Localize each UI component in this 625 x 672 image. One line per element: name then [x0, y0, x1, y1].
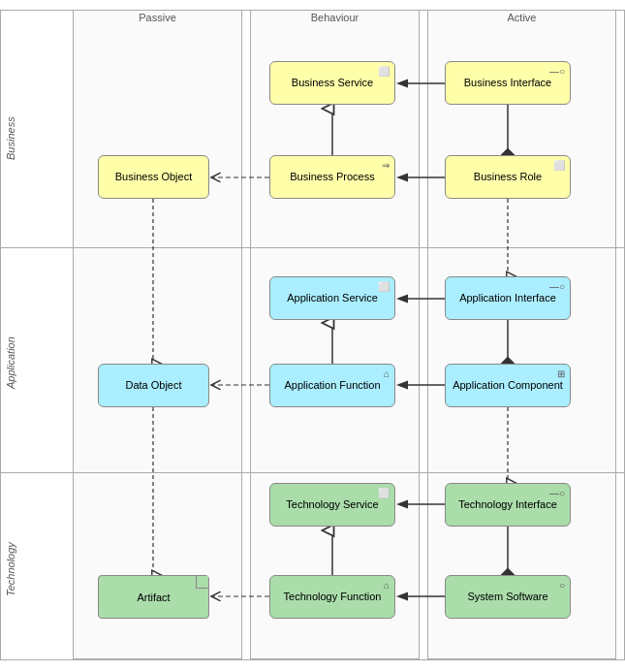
- business-service-node[interactable]: ⬜ Business Service: [269, 61, 395, 105]
- application-service-icon: ⬜: [378, 280, 390, 293]
- business-object-node[interactable]: Business Object: [98, 155, 209, 199]
- layer-divider-1: [0, 247, 625, 248]
- artifact-node[interactable]: Artifact: [98, 575, 209, 619]
- business-process-node[interactable]: ⇒ Business Process: [269, 155, 395, 199]
- behaviour-label: Behaviour: [250, 12, 420, 23]
- diagram-container: Passive Behaviour Active Business Applic…: [0, 0, 625, 672]
- application-interface-node[interactable]: —○ Application Interface: [445, 276, 571, 320]
- application-component-node[interactable]: ⊞ Application Component: [445, 364, 571, 407]
- application-function-node[interactable]: ⌂ Application Function: [269, 364, 395, 407]
- data-object-node[interactable]: Data Object: [98, 364, 209, 407]
- business-service-icon: ⬜: [378, 65, 390, 78]
- system-software-node[interactable]: ○ System Software: [445, 575, 571, 619]
- behaviour-column: [250, 10, 420, 659]
- technology-layer-label: Technology: [5, 477, 16, 661]
- technology-interface-icon: —○: [549, 487, 565, 499]
- application-function-icon: ⌂: [384, 368, 390, 380]
- business-interface-node[interactable]: —○ Business Interface: [445, 61, 571, 105]
- business-interface-icon: —○: [549, 65, 565, 78]
- technology-function-icon: ⌂: [384, 579, 390, 592]
- application-layer-label: Application: [5, 254, 16, 472]
- active-column: [427, 10, 616, 659]
- left-border: [0, 10, 1, 659]
- technology-service-icon: ⬜: [378, 487, 390, 499]
- layer-divider-2: [0, 472, 625, 473]
- technology-interface-node[interactable]: —○ Technology Interface: [445, 483, 571, 527]
- bottom-border: [0, 659, 625, 660]
- system-software-icon: ○: [559, 579, 565, 592]
- business-layer-label: Business: [5, 29, 16, 247]
- top-border: [0, 10, 625, 11]
- application-component-icon: ⊞: [557, 368, 565, 380]
- passive-label: Passive: [73, 12, 242, 23]
- technology-service-node[interactable]: ⬜ Technology Service: [269, 483, 395, 527]
- application-service-node[interactable]: ⬜ Application Service: [269, 276, 395, 320]
- active-label: Active: [427, 12, 616, 23]
- business-role-icon: ⬜: [553, 159, 565, 172]
- application-interface-icon: —○: [549, 280, 565, 293]
- passive-column: [73, 10, 242, 659]
- business-role-node[interactable]: ⬜ Business Role: [445, 155, 571, 199]
- technology-function-node[interactable]: ⌂ Technology Function: [269, 575, 395, 619]
- business-process-icon: ⇒: [382, 159, 390, 172]
